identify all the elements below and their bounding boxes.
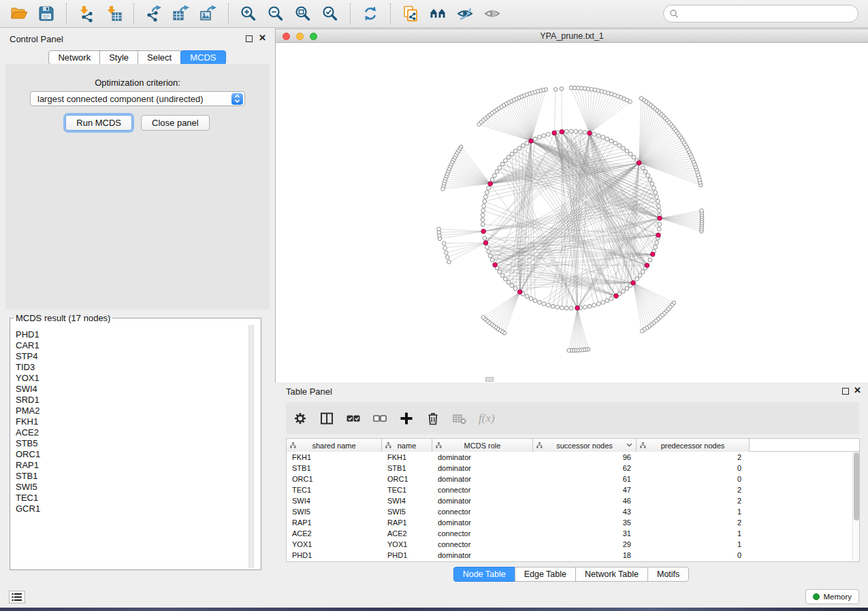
table-row[interactable]: STB1STB1dominator620 — [287, 463, 852, 474]
table-row[interactable]: FKH1FKH1dominator962 — [287, 452, 852, 463]
select-all-rows-icon[interactable] — [346, 411, 361, 426]
close-panel-button[interactable]: Close panel — [141, 115, 210, 131]
search-network-icon[interactable] — [429, 5, 447, 22]
table-scrollbar[interactable] — [852, 452, 859, 561]
import-table-from-file-icon[interactable] — [105, 5, 123, 22]
criterion-select[interactable]: largest connected component (undirected) — [30, 91, 245, 106]
table-row[interactable]: TEC1TEC1connector472 — [287, 484, 852, 495]
table-row[interactable]: RAP1RAP1dominator352 — [287, 517, 852, 528]
table-float-icon[interactable] — [842, 388, 849, 395]
import-network-from-file-icon[interactable] — [78, 5, 95, 22]
table-scrollbar-thumb[interactable] — [854, 452, 859, 521]
mcds-result-item[interactable]: ORC1 — [16, 449, 253, 460]
table-row[interactable]: SWI5SWI5connector431 — [287, 506, 852, 517]
cell-shared-name: FKH1 — [287, 452, 382, 463]
cell-name: PHD1 — [382, 550, 432, 561]
export-image-icon[interactable] — [199, 5, 217, 22]
mcds-result-item[interactable]: CAR1 — [16, 340, 253, 351]
cell-predecessor-nodes: 1 — [637, 506, 750, 517]
tab-select[interactable]: Select — [138, 50, 181, 65]
table-row[interactable]: ACE2ACE2connector311 — [287, 528, 852, 539]
column-header-name[interactable]: name — [382, 439, 432, 452]
open-file-icon[interactable] — [10, 5, 28, 22]
table-row[interactable]: ORC1ORC1dominator610 — [287, 474, 852, 484]
table-row[interactable]: PHD1PHD1dominator180 — [287, 550, 852, 561]
search-input[interactable] — [679, 9, 852, 18]
toolbar-separator — [390, 3, 391, 24]
save-session-icon[interactable] — [37, 5, 55, 22]
hide-panel-icon[interactable] — [456, 5, 474, 22]
mcds-result-item[interactable]: PHD1 — [16, 329, 253, 340]
memory-button[interactable]: Memory — [805, 589, 859, 604]
cell-predecessor-nodes: 1 — [637, 528, 750, 539]
mcds-result-item[interactable]: STB5 — [16, 438, 253, 449]
table-tab-motifs[interactable]: Motifs — [647, 567, 689, 582]
memory-status-dot — [813, 593, 820, 600]
column-header-MCDS-role[interactable]: MCDS role — [432, 439, 533, 452]
mcds-result-item[interactable]: PMA2 — [16, 406, 253, 416]
run-mcds-button[interactable]: Run MCDS — [65, 115, 132, 131]
toolbar-separator — [133, 3, 134, 24]
column-header-predecessor-nodes[interactable]: predecessor nodes — [637, 439, 750, 452]
refresh-view-icon[interactable] — [361, 5, 379, 22]
zoom-in-icon[interactable] — [240, 5, 257, 22]
table-tab-edge-table[interactable]: Edge Table — [515, 567, 576, 582]
zoom-fit-content-icon[interactable] — [294, 5, 312, 22]
deselect-all-rows-icon[interactable] — [372, 411, 387, 426]
splitter-handle[interactable] — [485, 377, 494, 382]
toggle-column-layout-icon[interactable] — [319, 411, 334, 426]
mcds-result-item[interactable]: GCR1 — [16, 503, 253, 514]
mcds-result-item[interactable]: ACE2 — [16, 427, 253, 438]
show-panel-icon[interactable] — [483, 5, 501, 22]
cell-shared-name: TEC1 — [287, 484, 382, 495]
mcds-result-item[interactable]: FKH1 — [16, 416, 253, 427]
export-table-icon[interactable] — [172, 5, 190, 22]
mcds-result-item[interactable]: SWI5 — [16, 482, 253, 493]
cell-name: SWI4 — [382, 495, 432, 506]
export-network-icon[interactable] — [145, 5, 163, 22]
mcds-result-item[interactable]: SWI4 — [16, 384, 253, 395]
mcds-result-item[interactable]: TID3 — [16, 362, 253, 373]
network-titlebar[interactable]: YPA_prune.txt_1 — [276, 29, 868, 43]
table-row[interactable]: SWI4SWI4dominator462 — [287, 495, 852, 506]
clone-network-icon[interactable] — [402, 5, 419, 22]
table-row[interactable]: YOX1YOX1connector291 — [287, 539, 852, 550]
delete-column-icon[interactable] — [425, 411, 440, 426]
settings-gear-icon[interactable] — [293, 411, 308, 426]
cell-successor-nodes: 47 — [533, 484, 637, 495]
column-header-successor-nodes[interactable]: successor nodes — [533, 439, 637, 452]
cell-successor-nodes: 29 — [533, 539, 637, 550]
table-close-icon[interactable]: ✕ — [854, 385, 861, 395]
network-canvas[interactable] — [276, 43, 868, 382]
function-builder-icon[interactable]: f(x) — [479, 411, 495, 426]
select-stepper-icon — [231, 93, 243, 105]
tab-style[interactable]: Style — [99, 50, 138, 65]
cell-name: SWI5 — [382, 506, 432, 517]
delete-table-icon[interactable] — [452, 411, 467, 426]
table-tab-network-table[interactable]: Network Table — [575, 567, 648, 582]
mcds-result-item[interactable]: SRD1 — [16, 395, 253, 406]
tab-network[interactable]: Network — [48, 50, 100, 65]
mcds-result-item[interactable]: STP4 — [16, 351, 253, 362]
cell-shared-name: PHD1 — [287, 550, 382, 561]
mcds-result-item[interactable]: RAP1 — [16, 460, 253, 471]
mcds-result-scrollbar[interactable] — [248, 325, 254, 567]
cell-successor-nodes: 31 — [533, 528, 637, 539]
float-panel-icon[interactable] — [246, 35, 253, 42]
cell-successor-nodes: 35 — [533, 517, 637, 528]
cell-MCDS-role: connector — [432, 528, 533, 539]
column-header-shared-name[interactable]: shared name — [287, 439, 382, 452]
task-history-button[interactable] — [9, 591, 25, 604]
tab-mcds[interactable]: MCDS — [180, 50, 225, 65]
close-panel-icon[interactable]: ✕ — [259, 33, 266, 43]
table-panel-title: Table Panel — [286, 386, 332, 397]
search-box — [663, 5, 858, 22]
mcds-result-item[interactable]: TEC1 — [16, 493, 253, 503]
cell-successor-nodes: 43 — [533, 506, 637, 517]
zoom-selected-region-icon[interactable] — [321, 5, 339, 22]
mcds-result-item[interactable]: STB1 — [16, 471, 253, 482]
mcds-result-item[interactable]: YOX1 — [16, 373, 253, 384]
zoom-out-icon[interactable] — [267, 5, 285, 22]
add-column-icon[interactable] — [399, 411, 414, 426]
table-tab-node-table[interactable]: Node Table — [453, 567, 515, 582]
